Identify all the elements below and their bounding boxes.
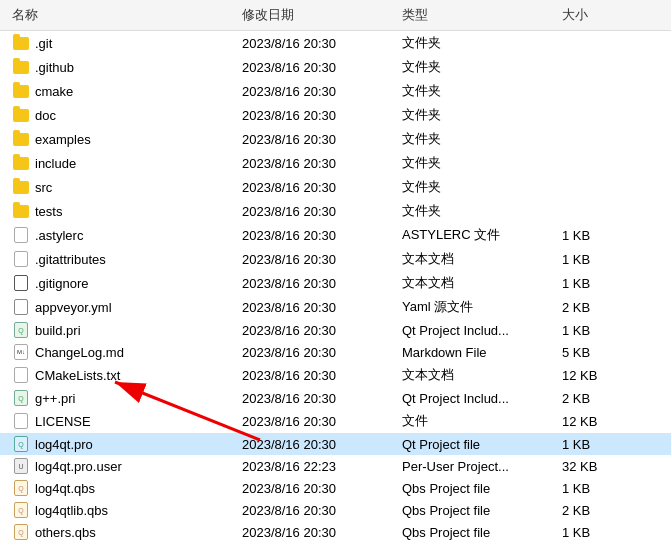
qbs-icon: Q: [12, 480, 30, 496]
qbs-icon: Q: [12, 524, 30, 540]
table-row[interactable]: .git2023/8/16 20:30文件夹: [0, 31, 671, 55]
file-name: doc: [35, 108, 56, 123]
file-name: log4qt.pro.user: [35, 459, 122, 474]
file-type: Yaml 源文件: [398, 297, 558, 317]
file-modified: 2023/8/16 20:30: [238, 203, 398, 220]
file-size: 2 KB: [558, 390, 638, 407]
file-name: LICENSE: [35, 414, 91, 429]
table-row[interactable]: examples2023/8/16 20:30文件夹: [0, 127, 671, 151]
file-name: .astylerc: [35, 228, 83, 243]
file-name-cell: doc: [8, 106, 238, 124]
file-name-cell: Qbuild.pri: [8, 321, 238, 339]
table-row[interactable]: cmake2023/8/16 20:30文件夹: [0, 79, 671, 103]
table-row[interactable]: Ulog4qt.pro.user2023/8/16 22:23Per-User …: [0, 455, 671, 477]
file-size: 1 KB: [558, 524, 638, 541]
table-row[interactable]: .github2023/8/16 20:30文件夹: [0, 55, 671, 79]
file-size: [558, 138, 638, 140]
header-modified[interactable]: 修改日期: [238, 4, 398, 26]
file-modified: 2023/8/16 22:23: [238, 458, 398, 475]
file-type: Markdown File: [398, 344, 558, 361]
table-row[interactable]: tests2023/8/16 20:30文件夹: [0, 199, 671, 223]
file-list: 名称 修改日期 类型 大小 .git2023/8/16 20:30文件夹.git…: [0, 0, 671, 544]
file-name-cell: Qothers.qbs: [8, 523, 238, 541]
file-rows-container: .git2023/8/16 20:30文件夹.github2023/8/16 2…: [0, 31, 671, 544]
file-name-cell: .astylerc: [8, 226, 238, 244]
file-modified: 2023/8/16 20:30: [238, 322, 398, 339]
txt-icon: [12, 367, 30, 383]
file-size: [558, 90, 638, 92]
table-row[interactable]: M↓ChangeLog.md2023/8/16 20:30Markdown Fi…: [0, 341, 671, 363]
file-size: 32 KB: [558, 458, 638, 475]
file-modified: 2023/8/16 20:30: [238, 179, 398, 196]
file-modified: 2023/8/16 20:30: [238, 83, 398, 100]
table-row[interactable]: .astylerc2023/8/16 20:30ASTYLERC 文件1 KB: [0, 223, 671, 247]
file-name-cell: LICENSE: [8, 412, 238, 430]
file-name: CMakeLists.txt: [35, 368, 120, 383]
file-name: .git: [35, 36, 52, 51]
file-name: others.qbs: [35, 525, 96, 540]
qbs-icon: Q: [12, 502, 30, 518]
file-modified: 2023/8/16 20:30: [238, 227, 398, 244]
file-size: 1 KB: [558, 227, 638, 244]
folder-icon: [12, 131, 30, 147]
table-row[interactable]: Qbuild.pri2023/8/16 20:30Qt Project Incl…: [0, 319, 671, 341]
file-modified: 2023/8/16 20:30: [238, 251, 398, 268]
file-name-cell: include: [8, 154, 238, 172]
file-name-cell: .git: [8, 34, 238, 52]
table-row[interactable]: Qlog4qt.qbs2023/8/16 20:30Qbs Project fi…: [0, 477, 671, 499]
file-size: 12 KB: [558, 367, 638, 384]
file-name-cell: .gitignore: [8, 274, 238, 292]
file-name-cell: Qg++.pri: [8, 389, 238, 407]
header-name[interactable]: 名称: [8, 4, 238, 26]
table-row[interactable]: .gitattributes2023/8/16 20:30文本文档1 KB: [0, 247, 671, 271]
table-row[interactable]: include2023/8/16 20:30文件夹: [0, 151, 671, 175]
file-name: build.pri: [35, 323, 81, 338]
table-row[interactable]: doc2023/8/16 20:30文件夹: [0, 103, 671, 127]
folder-icon: [12, 107, 30, 123]
file-modified: 2023/8/16 20:30: [238, 436, 398, 453]
folder-icon: [12, 203, 30, 219]
file-name: .gitattributes: [35, 252, 106, 267]
table-row[interactable]: Qg++.pri2023/8/16 20:30Qt Project Includ…: [0, 387, 671, 409]
file-type: 文件夹: [398, 81, 558, 101]
file-type: Per-User Project...: [398, 458, 558, 475]
file-name-cell: .gitattributes: [8, 250, 238, 268]
file-size: 5 KB: [558, 344, 638, 361]
table-row[interactable]: .gitignore2023/8/16 20:30文本文档1 KB: [0, 271, 671, 295]
table-row[interactable]: Qlog4qtlib.qbs2023/8/16 20:30Qbs Project…: [0, 499, 671, 521]
file-size: 1 KB: [558, 436, 638, 453]
file-type: 文件夹: [398, 201, 558, 221]
table-row[interactable]: appveyor.yml2023/8/16 20:30Yaml 源文件2 KB: [0, 295, 671, 319]
table-row[interactable]: src2023/8/16 20:30文件夹: [0, 175, 671, 199]
pri-icon: Q: [12, 322, 30, 338]
file-name-cell: tests: [8, 202, 238, 220]
folder-icon: [12, 83, 30, 99]
user-icon: U: [12, 458, 30, 474]
file-modified: 2023/8/16 20:30: [238, 35, 398, 52]
file-size: [558, 162, 638, 164]
table-row[interactable]: CMakeLists.txt2023/8/16 20:30文本文档12 KB: [0, 363, 671, 387]
file-explorer: 名称 修改日期 类型 大小 .git2023/8/16 20:30文件夹.git…: [0, 0, 671, 544]
yml-icon: [12, 299, 30, 315]
header-size[interactable]: 大小: [558, 4, 638, 26]
file-modified: 2023/8/16 20:30: [238, 367, 398, 384]
file-name: examples: [35, 132, 91, 147]
file-icon: [12, 413, 30, 429]
header-type[interactable]: 类型: [398, 4, 558, 26]
file-icon: [12, 251, 30, 267]
table-header: 名称 修改日期 类型 大小: [0, 0, 671, 31]
table-row[interactable]: LICENSE2023/8/16 20:30文件12 KB: [0, 409, 671, 433]
file-name: .github: [35, 60, 74, 75]
file-type: Qt Project file: [398, 436, 558, 453]
file-modified: 2023/8/16 20:30: [238, 344, 398, 361]
file-modified: 2023/8/16 20:30: [238, 107, 398, 124]
table-row[interactable]: Qlog4qt.pro2023/8/16 20:30Qt Project fil…: [0, 433, 671, 455]
table-row[interactable]: Qothers.qbs2023/8/16 20:30Qbs Project fi…: [0, 521, 671, 543]
file-modified: 2023/8/16 20:30: [238, 502, 398, 519]
file-type: Qt Project Includ...: [398, 322, 558, 339]
pro-icon: Q: [12, 436, 30, 452]
file-size: 12 KB: [558, 413, 638, 430]
file-name: tests: [35, 204, 62, 219]
file-type: Qbs Project file: [398, 524, 558, 541]
file-size: 1 KB: [558, 322, 638, 339]
